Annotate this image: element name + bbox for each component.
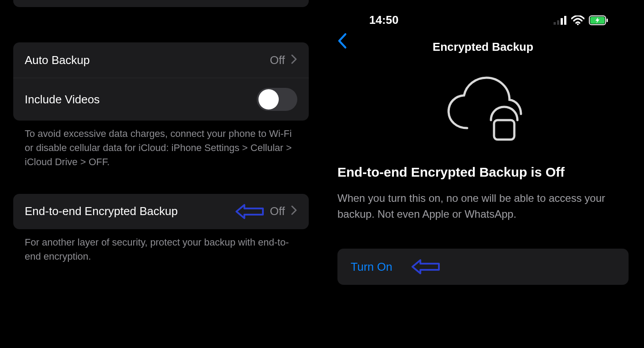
turn-on-button[interactable]: Turn On <box>337 249 629 285</box>
include-videos-row: Include Videos <box>13 78 309 121</box>
include-videos-label: Include Videos <box>25 93 100 106</box>
back-button[interactable] <box>337 33 347 53</box>
nav-bar: Encrypted Backup <box>337 27 629 58</box>
svg-rect-8 <box>494 120 514 140</box>
headline: End-to-end Encrypted Backup is Off <box>337 155 629 190</box>
status-bar: 14:50 <box>337 0 629 27</box>
settings-panel: Auto Backup Off Include Videos To avoid … <box>0 0 322 348</box>
e2e-backup-value: Off <box>270 204 285 218</box>
previous-group-edge <box>13 0 309 7</box>
e2e-group: End-to-end Encrypted Backup Off <box>13 194 309 229</box>
auto-backup-label: Auto Backup <box>25 53 90 67</box>
wifi-icon <box>571 15 584 25</box>
data-usage-note: To avoid excessive data charges, connect… <box>13 121 309 169</box>
status-time: 14:50 <box>369 13 399 27</box>
backup-options-group: Auto Backup Off Include Videos <box>13 42 309 121</box>
e2e-note: For another layer of security, protect y… <box>13 229 309 264</box>
battery-charging-icon <box>589 15 608 25</box>
chevron-right-icon <box>291 205 297 217</box>
page-title: Encrypted Backup <box>337 40 629 54</box>
annotation-arrow-icon <box>236 204 264 219</box>
cloud-lock-icon <box>337 58 629 155</box>
encrypted-backup-panel: 14:50 <box>322 0 644 348</box>
cellular-signal-icon <box>554 16 567 25</box>
e2e-backup-row[interactable]: End-to-end Encrypted Backup Off <box>13 194 309 229</box>
auto-backup-row[interactable]: Auto Backup Off <box>13 42 309 78</box>
auto-backup-value: Off <box>270 53 285 67</box>
svg-rect-2 <box>561 18 563 25</box>
svg-rect-0 <box>554 22 556 25</box>
svg-rect-1 <box>557 20 559 25</box>
svg-point-4 <box>577 23 579 25</box>
status-icons <box>554 15 608 25</box>
annotation-arrow-icon <box>412 259 440 274</box>
chevron-right-icon <box>291 54 297 66</box>
body-text: When you turn this on, no one will be ab… <box>337 190 629 249</box>
turn-on-label: Turn On <box>351 260 392 274</box>
e2e-backup-label: End-to-end Encrypted Backup <box>25 204 178 218</box>
include-videos-toggle[interactable] <box>257 88 297 111</box>
svg-rect-7 <box>607 19 608 22</box>
toggle-knob <box>258 89 279 110</box>
svg-rect-3 <box>564 16 566 25</box>
